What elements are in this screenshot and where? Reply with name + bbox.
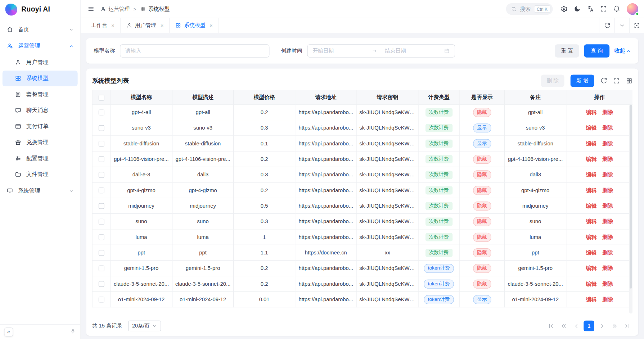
tab-workbench[interactable]: 工作台 × [85, 18, 121, 33]
row-checkbox[interactable] [98, 110, 104, 116]
column-header: 模型名称 [110, 90, 172, 104]
delete-link[interactable]: 删除 [602, 140, 613, 146]
tab-close-icon[interactable]: × [161, 22, 164, 28]
edit-link[interactable]: 编辑 [586, 156, 597, 162]
reset-button[interactable]: 重 置 [555, 44, 579, 57]
edit-link[interactable]: 编辑 [586, 140, 597, 146]
page-size-select[interactable]: 20条/页 [128, 321, 161, 331]
row-checkbox[interactable] [98, 250, 104, 256]
pager-fast-forward-button[interactable] [609, 321, 620, 331]
create-time-range-input[interactable]: 开始日期 结束日期 [307, 44, 455, 57]
fullscreen-button[interactable] [597, 3, 609, 15]
row-checkbox[interactable] [98, 297, 104, 303]
delete-link[interactable]: 删除 [602, 234, 613, 240]
delete-link[interactable]: 删除 [602, 218, 613, 224]
sidebar-item-operations[interactable]: 运营管理 [0, 38, 80, 54]
tab-user-management[interactable]: 用户管理 × [121, 18, 170, 33]
edit-link[interactable]: 编辑 [586, 171, 597, 177]
language-button[interactable] [584, 3, 596, 15]
row-checkbox[interactable] [98, 125, 104, 131]
sidebar-item-system-models[interactable]: 系统模型 [3, 71, 78, 86]
sidebar-item-label: 配置管理 [26, 155, 73, 162]
collapse-filter-link[interactable]: 收起 [614, 47, 631, 55]
table-scrollbar[interactable] [629, 105, 632, 313]
sidebar-item-redeem-management[interactable]: 兑换管理 [3, 135, 78, 150]
sidebar-item-config-management[interactable]: 配置管理 [3, 151, 78, 166]
cell-remark: suno [505, 214, 566, 229]
cell-model-name: luma [110, 229, 172, 245]
pager-prev-page-button[interactable] [571, 321, 582, 331]
row-checkbox[interactable] [98, 157, 104, 162]
delete-link[interactable]: 删除 [602, 187, 613, 193]
tab-close-icon[interactable]: × [111, 22, 114, 28]
select-all-checkbox[interactable] [98, 95, 104, 100]
row-checkbox[interactable] [98, 281, 104, 287]
row-checkbox[interactable] [98, 219, 104, 225]
menu-toggle-button[interactable] [85, 3, 97, 15]
theme-toggle-button[interactable] [571, 3, 583, 15]
settings-button[interactable] [558, 3, 570, 15]
query-button[interactable]: 查 询 [584, 44, 609, 57]
model-name-input[interactable]: 请输入 [120, 44, 269, 57]
add-button[interactable]: 新 增 [571, 75, 594, 87]
row-checkbox[interactable] [98, 172, 104, 178]
edit-link[interactable]: 编辑 [586, 265, 597, 271]
refresh-table-button[interactable] [600, 78, 607, 84]
app-logo[interactable]: Ruoyi AI [0, 0, 80, 19]
table-panel: 系统模型列表 删 除 新 增 模型名称模型描述模型价格请求地址请求密钥计费类型是… [86, 68, 638, 335]
row-checkbox[interactable] [98, 266, 104, 271]
pin-icon[interactable] [70, 329, 76, 335]
sidebar-item-user-management[interactable]: 用户管理 [3, 55, 78, 70]
delete-link[interactable]: 删除 [602, 280, 613, 286]
sidebar-item-chat-messages[interactable]: 聊天消息 [3, 103, 78, 118]
delete-link[interactable]: 删除 [602, 125, 613, 131]
edit-link[interactable]: 编辑 [586, 234, 597, 240]
tab-menu-button[interactable] [614, 18, 629, 33]
breadcrumb-item-system-models[interactable]: 系统模型 [140, 5, 170, 13]
edit-link[interactable]: 编辑 [586, 249, 597, 256]
delete-link[interactable]: 删除 [602, 156, 613, 162]
refresh-tab-button[interactable] [600, 18, 614, 33]
delete-link[interactable]: 删除 [602, 296, 613, 302]
delete-link[interactable]: 删除 [602, 265, 613, 271]
edit-link[interactable]: 编辑 [586, 187, 597, 193]
delete-link[interactable]: 删除 [602, 171, 613, 177]
table-fullscreen-button[interactable] [613, 78, 620, 84]
global-search[interactable]: 搜索 Ctrl K [506, 3, 553, 15]
delete-link[interactable]: 删除 [602, 249, 613, 256]
column-settings-button[interactable] [626, 78, 632, 84]
model-name-label: 模型名称 [94, 47, 115, 55]
notifications-button[interactable] [610, 3, 622, 15]
row-checkbox[interactable] [98, 235, 104, 240]
pager-next-page-button[interactable] [596, 321, 607, 331]
collapse-sidebar-button[interactable]: « [4, 327, 13, 336]
pager-first-page-button[interactable] [545, 321, 556, 331]
delete-link[interactable]: 删除 [602, 109, 613, 115]
edit-link[interactable]: 编辑 [586, 280, 597, 286]
edit-link[interactable]: 编辑 [586, 125, 597, 131]
row-checkbox[interactable] [98, 141, 104, 146]
tab-system-models[interactable]: 系统模型 × [170, 18, 219, 33]
row-checkbox[interactable] [98, 188, 104, 194]
sidebar-item-system[interactable]: 系统管理 [0, 182, 80, 199]
edit-link[interactable]: 编辑 [586, 218, 597, 224]
sidebar-item-payment-orders[interactable]: 支付订单 [3, 119, 78, 134]
content-fullscreen-button[interactable] [629, 18, 644, 33]
user-avatar[interactable] [627, 3, 638, 15]
sidebar-item-home[interactable]: 首页 [0, 21, 80, 38]
batch-delete-button[interactable]: 删 除 [541, 75, 564, 87]
pager-last-page-button[interactable] [622, 321, 632, 331]
cell-request-url: https://api.pandarobo... [295, 229, 357, 245]
pager-fast-backward-button[interactable] [558, 321, 569, 331]
edit-link[interactable]: 编辑 [586, 203, 597, 209]
row-checkbox[interactable] [98, 203, 104, 209]
delete-link[interactable]: 删除 [602, 203, 613, 209]
edit-link[interactable]: 编辑 [586, 296, 597, 302]
tab-close-icon[interactable]: × [210, 22, 213, 28]
breadcrumb-item-operations[interactable]: 运营管理 [100, 5, 130, 13]
sidebar-item-package-management[interactable]: 套餐管理 [3, 87, 78, 102]
edit-link[interactable]: 编辑 [586, 109, 597, 115]
sidebar-item-file-management[interactable]: 文件管理 [3, 167, 78, 182]
scrollbar-thumb[interactable] [630, 105, 632, 289]
pager-page-button[interactable]: 1 [584, 321, 594, 331]
